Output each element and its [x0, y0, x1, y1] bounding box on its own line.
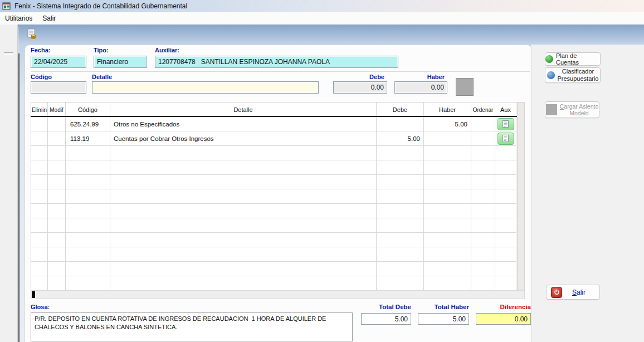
table-row[interactable]: 113.19 Cuentas por Cobrar Otros Ingresos…	[31, 131, 518, 146]
table-row[interactable]: 625.24.99 Otros no Especificados 5.00	[31, 117, 518, 131]
tipo-field[interactable]	[94, 56, 147, 68]
menu-item-salir[interactable]: Salir	[37, 13, 61, 23]
cell-elimin	[31, 175, 48, 189]
table-row[interactable]	[31, 233, 518, 247]
table-horizontal-scrollbar[interactable]	[31, 290, 525, 299]
haber-entry-field[interactable]	[394, 81, 447, 94]
cell-detalle	[110, 276, 377, 291]
diferencia-field[interactable]	[476, 313, 531, 325]
cell-modif	[48, 276, 66, 291]
cell-haber	[424, 204, 471, 218]
blue-sphere-icon	[547, 71, 555, 79]
cell-haber	[424, 146, 471, 160]
table-row[interactable]	[31, 218, 518, 233]
header-codigo: Código	[66, 102, 110, 117]
entries-table-header: Elimin Modif Código Detalle Debe Haber O…	[31, 102, 518, 117]
tipo-label: Tipo:	[94, 47, 109, 53]
haber-entry-label: Haber	[394, 74, 445, 80]
cell-elimin	[31, 131, 48, 146]
total-haber-field[interactable]	[418, 313, 469, 325]
aux-document-icon	[502, 135, 509, 142]
table-row[interactable]	[31, 204, 518, 218]
table-row[interactable]	[31, 189, 518, 204]
cell-haber: 5.00	[424, 117, 471, 131]
cell-ordenar	[471, 160, 495, 175]
cell-elimin	[31, 218, 48, 233]
entries-table: Elimin Modif Código Detalle Debe Haber O…	[31, 102, 518, 291]
glosa-textarea[interactable]: P/R. DEPOSITO EN CUENTA ROTATIVA DE INGR…	[31, 312, 353, 341]
cell-elimin	[31, 247, 48, 262]
cell-aux	[495, 189, 516, 204]
cell-aux	[495, 276, 516, 291]
hscroll-thumb[interactable]	[32, 291, 35, 298]
cell-aux	[495, 218, 516, 233]
menu-item-utilitarios[interactable]: Utilitarios	[0, 13, 37, 23]
cell-ordenar	[471, 117, 495, 131]
total-debe-field[interactable]	[361, 313, 411, 325]
cell-elimin	[31, 204, 48, 218]
fecha-label: Fecha:	[31, 47, 50, 53]
cell-haber	[424, 189, 471, 204]
header-ordenar: Ordenar	[471, 102, 495, 117]
aux-button[interactable]	[497, 118, 514, 130]
document-coins-icon	[26, 28, 37, 42]
cell-detalle	[110, 262, 377, 276]
gray-square-icon	[546, 104, 557, 115]
cell-modif	[48, 204, 66, 218]
new-entry-button[interactable]	[25, 28, 38, 42]
table-row[interactable]	[31, 175, 518, 189]
cell-haber	[424, 262, 471, 276]
cell-elimin	[31, 276, 48, 291]
auxiliar-field[interactable]	[155, 56, 398, 68]
cell-debe	[377, 233, 424, 247]
collapsed-left-panel[interactable]	[0, 25, 18, 342]
codigo-entry-field[interactable]	[31, 81, 86, 94]
glosa-label: Glosa:	[31, 304, 50, 310]
application-window: Fenix - Sistema Integrado de Contabilida…	[0, 0, 644, 342]
cell-ordenar	[471, 262, 495, 276]
cell-modif	[48, 175, 66, 189]
cell-elimin	[31, 146, 48, 160]
fecha-field[interactable]	[31, 56, 86, 68]
aux-button[interactable]	[497, 133, 514, 145]
salir-button[interactable]: Salir	[546, 285, 600, 300]
table-row[interactable]	[31, 276, 518, 291]
cell-ordenar	[471, 218, 495, 233]
plan-de-cuentas-button[interactable]: Plan de Cuentas	[545, 52, 601, 66]
auxiliar-label: Auxiliar:	[155, 47, 179, 53]
cell-elimin	[31, 117, 48, 131]
table-row[interactable]	[31, 262, 518, 276]
cell-detalle	[110, 175, 377, 189]
cargar-label-line2: Modelo	[569, 110, 588, 116]
cell-elimin	[31, 189, 48, 204]
blank-action-button[interactable]	[456, 78, 474, 96]
clasificador-presupuestario-button[interactable]: Clasificador Presupuestario	[545, 67, 601, 83]
cell-aux	[495, 160, 516, 175]
cell-debe: 5.00	[377, 131, 424, 146]
cell-ordenar	[471, 276, 495, 291]
panel-grip[interactable]	[4, 52, 13, 55]
header-underline	[31, 116, 525, 117]
panel-splitter[interactable]	[18, 53, 19, 342]
cell-codigo	[66, 262, 110, 276]
cell-codigo: 625.24.99	[66, 117, 110, 131]
cell-detalle	[110, 146, 377, 160]
table-vertical-scrollbar[interactable]	[517, 102, 525, 290]
cell-modif	[48, 189, 66, 204]
table-row[interactable]	[31, 146, 518, 160]
clasificador-label-line1: Clasificador	[562, 68, 594, 75]
cell-haber	[424, 247, 471, 262]
cell-haber	[424, 160, 471, 175]
salir-label-rest: alir	[577, 289, 586, 296]
cell-detalle	[110, 204, 377, 218]
cell-haber	[424, 218, 471, 233]
cell-detalle	[110, 247, 377, 262]
cargar-asiento-modelo-button[interactable]: Cargar Asiento Modelo	[545, 101, 599, 118]
table-row[interactable]	[31, 160, 518, 175]
debe-entry-field[interactable]	[333, 81, 387, 94]
cell-haber	[424, 233, 471, 247]
menu-bar: Utilitarios Salir	[0, 12, 644, 26]
detalle-entry-field[interactable]	[92, 81, 319, 94]
table-row[interactable]	[31, 247, 518, 262]
cell-aux	[495, 131, 516, 146]
